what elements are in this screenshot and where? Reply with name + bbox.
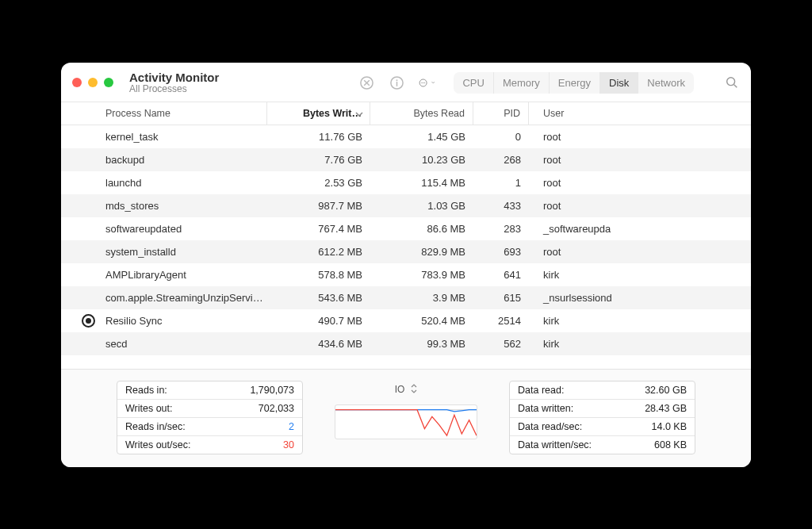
cell-pid: 1 (473, 171, 529, 194)
process-name-text: com.apple.StreamingUnzipServi… (105, 292, 263, 304)
cell-bytes-read: 115.4 MB (370, 171, 473, 194)
cell-process-name: com.apple.StreamingUnzipServi… (61, 286, 267, 309)
cell-process-name: secd (61, 332, 267, 355)
cell-pid: 433 (473, 194, 529, 217)
cell-user: kirk (529, 332, 751, 355)
svg-point-9 (424, 82, 425, 82)
process-table: kernel_task11.76 GB1.45 GB0rootbackupd7.… (61, 125, 751, 369)
cell-pid: 2514 (473, 309, 529, 332)
table-row[interactable]: secd434.6 MB99.3 MB562kirk (61, 332, 751, 355)
toolbar-actions (358, 75, 435, 90)
cell-process-name: Resilio Sync (61, 309, 267, 332)
zoom-window-button[interactable] (104, 78, 113, 87)
cell-process-name: launchd (61, 171, 267, 194)
table-row[interactable]: AMPLibraryAgent578.8 MB783.9 MB641kirk (61, 263, 751, 286)
cell-pid: 693 (473, 240, 529, 263)
more-options-icon[interactable] (419, 75, 435, 90)
io-sparkline (335, 404, 477, 439)
process-name-text: kernel_task (105, 131, 158, 143)
cell-bytes-read: 1.03 GB (370, 194, 473, 217)
svg-point-10 (727, 78, 735, 86)
cell-process-name: kernel_task (61, 125, 267, 148)
cell-process-name: AMPLibraryAgent (61, 263, 267, 286)
table-row[interactable]: kernel_task11.76 GB1.45 GB0root (61, 125, 751, 148)
cell-bytes-read: 1.45 GB (370, 125, 473, 148)
cell-user: root (529, 148, 751, 171)
col-user[interactable]: User (529, 102, 751, 125)
cell-bytes-read: 520.4 MB (370, 309, 473, 332)
svg-point-7 (422, 82, 423, 82)
cell-bytes-read: 10.23 GB (370, 148, 473, 171)
data-written-label: Data written: (518, 403, 573, 414)
io-data-panel: Data read:32.60 GB Data written:28.43 GB… (509, 381, 695, 454)
chart-mode-select[interactable]: IO (389, 382, 424, 397)
data-written-sec-value: 608 KB (654, 439, 687, 450)
cell-process-name: softwareupdated (61, 217, 267, 240)
cell-user: _softwareupda (529, 217, 751, 240)
cell-pid: 0 (473, 125, 529, 148)
cell-bytes-written: 543.6 MB (267, 286, 370, 309)
window-title-block: Activity Monitor All Processes (126, 71, 219, 95)
close-window-button[interactable] (72, 78, 82, 87)
cell-bytes-written: 490.7 MB (267, 309, 370, 332)
col-bytes-read[interactable]: Bytes Read (370, 102, 473, 125)
tab-memory[interactable]: Memory (494, 72, 550, 94)
data-written-value: 28.43 GB (645, 403, 687, 414)
app-icon (82, 314, 95, 328)
process-name-text: AMPLibraryAgent (105, 269, 186, 281)
search-icon[interactable] (724, 75, 740, 90)
process-name-text: mds_stores (105, 200, 159, 212)
process-name-text: softwareupdated (105, 223, 182, 235)
reads-in-value: 1,790,073 (250, 385, 294, 396)
cell-user: kirk (529, 309, 751, 332)
cell-user: kirk (529, 263, 751, 286)
stop-process-icon[interactable] (358, 75, 374, 90)
cell-pid: 615 (473, 286, 529, 309)
col-pid[interactable]: PID (473, 102, 529, 125)
table-row[interactable]: launchd2.53 GB115.4 MB1root (61, 171, 751, 194)
col-process-name[interactable]: Process Name (61, 102, 267, 125)
cell-bytes-written: 2.53 GB (267, 171, 370, 194)
writes-sec-label: Writes out/sec: (125, 439, 190, 450)
chevron-down-icon (431, 79, 435, 86)
window-title: Activity Monitor (129, 71, 219, 84)
resource-tabs: CPU Memory Energy Disk Network (454, 72, 694, 94)
tab-network[interactable]: Network (638, 72, 694, 94)
cell-bytes-written: 434.6 MB (267, 332, 370, 355)
table-row[interactable]: mds_stores987.7 MB1.03 GB433root (61, 194, 751, 217)
reads-in-label: Reads in: (125, 385, 167, 396)
data-read-sec-label: Data read/sec: (518, 421, 582, 432)
process-name-text: system_installd (105, 246, 176, 258)
data-read-value: 32.60 GB (645, 385, 687, 396)
window-traffic-lights (72, 78, 113, 87)
tab-cpu[interactable]: CPU (454, 72, 493, 94)
cell-bytes-read: 86.6 MB (370, 217, 473, 240)
data-read-label: Data read: (518, 385, 564, 396)
tab-energy[interactable]: Energy (550, 72, 600, 94)
io-counts-panel: Reads in:1,790,073 Writes out:702,033 Re… (117, 381, 303, 454)
cell-process-name: mds_stores (61, 194, 267, 217)
col-bytes-written[interactable]: Bytes Writ… (267, 102, 370, 125)
writes-out-value: 702,033 (259, 403, 294, 414)
table-row[interactable]: backupd7.76 GB10.23 GB268root (61, 148, 751, 171)
table-header: Process Name Bytes Writ… Bytes Read PID … (61, 102, 751, 125)
writes-sec-value: 30 (283, 439, 294, 450)
table-row[interactable]: system_installd612.2 MB829.9 MB693root (61, 240, 751, 263)
table-row[interactable]: com.apple.StreamingUnzipServi…543.6 MB3.… (61, 286, 751, 309)
cell-pid: 641 (473, 263, 529, 286)
cell-bytes-written: 7.76 GB (267, 148, 370, 171)
minimize-window-button[interactable] (88, 78, 98, 87)
cell-bytes-written: 11.76 GB (267, 125, 370, 148)
info-icon[interactable] (389, 75, 404, 90)
table-row[interactable]: softwareupdated767.4 MB86.6 MB283_softwa… (61, 217, 751, 240)
cell-bytes-read: 3.9 MB (370, 286, 473, 309)
cell-user: root (529, 171, 751, 194)
svg-point-4 (396, 79, 397, 81)
window-subtitle: All Processes (129, 84, 219, 95)
cell-user: root (529, 125, 751, 148)
tab-disk[interactable]: Disk (600, 72, 638, 94)
process-name-text: secd (105, 338, 127, 350)
table-row[interactable]: Resilio Sync490.7 MB520.4 MB2514kirk (61, 309, 751, 332)
svg-rect-5 (396, 82, 398, 86)
process-name-text: Resilio Sync (105, 315, 163, 327)
